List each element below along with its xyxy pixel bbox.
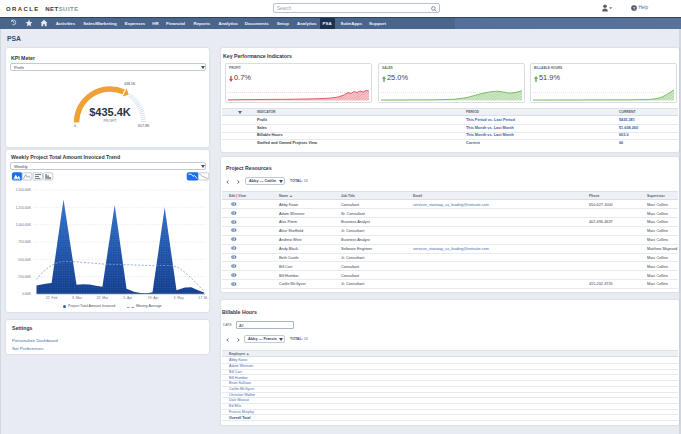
svg-text:8. Mar: 8. Mar (72, 296, 82, 300)
svg-text:5. Apr: 5. Apr (123, 296, 133, 300)
svg-text:1,250.00K: 1,250.00K (16, 206, 32, 210)
svg-text:0.00K: 0.00K (22, 292, 32, 296)
svg-text:750.00K: 750.00K (18, 240, 31, 244)
svg-text:22. Mar: 22. Mar (97, 296, 109, 300)
svg-text:19. Apr: 19. Apr (148, 296, 160, 300)
svg-text:1,500.00K: 1,500.00K (16, 188, 32, 192)
svg-text:250.00K: 250.00K (18, 275, 31, 279)
svg-text:17. M...: 17. M... (198, 296, 209, 300)
svg-text:1,000.00K: 1,000.00K (16, 223, 32, 227)
svg-text:500.00K: 500.00K (18, 258, 31, 262)
svg-text:3. May: 3. May (174, 296, 184, 300)
svg-text:22. Feb: 22. Feb (46, 296, 58, 300)
